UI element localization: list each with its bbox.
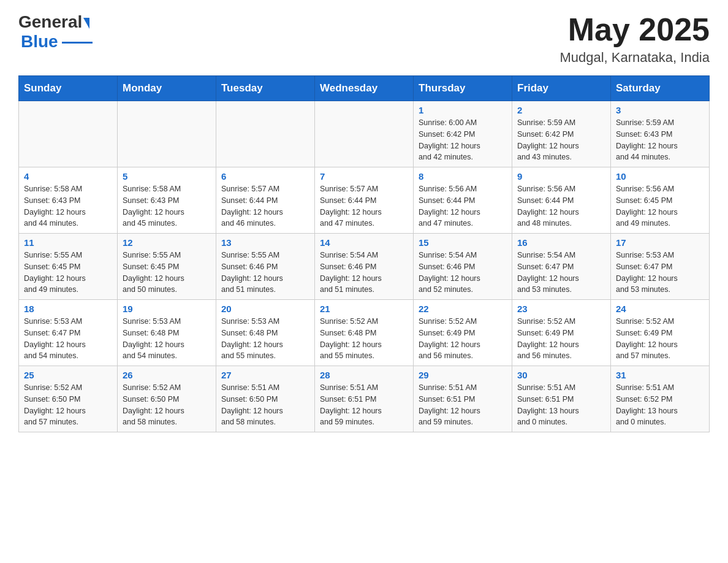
- day-number: 13: [221, 237, 309, 248]
- month-year-title: May 2025: [559, 12, 710, 47]
- day-number: 10: [616, 171, 704, 182]
- calendar-day-cell: [118, 101, 216, 167]
- day-info: Sunrise: 5:56 AMSunset: 6:44 PMDaylight:…: [517, 183, 605, 229]
- day-of-week-header: Sunday: [19, 76, 118, 101]
- calendar-day-cell: 14Sunrise: 5:54 AMSunset: 6:46 PMDayligh…: [315, 234, 414, 300]
- day-number: 18: [24, 304, 112, 314]
- calendar-day-cell: 29Sunrise: 5:51 AMSunset: 6:51 PMDayligh…: [414, 366, 512, 432]
- calendar-day-cell: 17Sunrise: 5:53 AMSunset: 6:47 PMDayligh…: [611, 234, 710, 300]
- day-info: Sunrise: 5:54 AMSunset: 6:47 PMDaylight:…: [517, 250, 605, 296]
- day-number: 6: [221, 171, 309, 182]
- calendar-day-cell: 8Sunrise: 5:56 AMSunset: 6:44 PMDaylight…: [414, 167, 512, 234]
- day-number: 9: [517, 171, 605, 182]
- day-info: Sunrise: 5:55 AMSunset: 6:45 PMDaylight:…: [123, 250, 211, 296]
- calendar-day-cell: 12Sunrise: 5:55 AMSunset: 6:45 PMDayligh…: [118, 234, 216, 300]
- logo-blue-text: Blue: [21, 32, 58, 52]
- day-info: Sunrise: 5:53 AMSunset: 6:48 PMDaylight:…: [221, 316, 309, 362]
- day-number: 2: [517, 105, 605, 115]
- calendar-day-cell: 22Sunrise: 5:52 AMSunset: 6:49 PMDayligh…: [414, 300, 512, 366]
- day-number: 17: [616, 237, 704, 248]
- day-info: Sunrise: 5:58 AMSunset: 6:43 PMDaylight:…: [24, 183, 112, 229]
- day-number: 24: [616, 304, 704, 314]
- day-number: 14: [320, 237, 408, 248]
- calendar-day-cell: 7Sunrise: 5:57 AMSunset: 6:44 PMDaylight…: [315, 167, 414, 234]
- day-info: Sunrise: 5:51 AMSunset: 6:52 PMDaylight:…: [616, 382, 704, 428]
- calendar-day-cell: 31Sunrise: 5:51 AMSunset: 6:52 PMDayligh…: [611, 366, 710, 432]
- day-info: Sunrise: 5:52 AMSunset: 6:49 PMDaylight:…: [616, 316, 704, 362]
- day-info: Sunrise: 5:53 AMSunset: 6:47 PMDaylight:…: [24, 316, 112, 362]
- day-number: 22: [419, 304, 507, 314]
- day-number: 26: [123, 370, 211, 380]
- day-number: 21: [320, 304, 408, 314]
- day-of-week-header: Monday: [118, 76, 216, 101]
- day-info: Sunrise: 5:57 AMSunset: 6:44 PMDaylight:…: [221, 183, 309, 229]
- calendar-day-cell: 24Sunrise: 5:52 AMSunset: 6:49 PMDayligh…: [611, 300, 710, 366]
- day-number: 16: [517, 237, 605, 248]
- day-of-week-header: Saturday: [611, 76, 710, 101]
- calendar-week-row: 1Sunrise: 6:00 AMSunset: 6:42 PMDaylight…: [19, 101, 710, 167]
- day-number: 1: [419, 105, 507, 115]
- day-of-week-header: Friday: [512, 76, 611, 101]
- calendar-table: SundayMondayTuesdayWednesdayThursdayFrid…: [18, 75, 710, 432]
- day-number: 30: [517, 370, 605, 380]
- calendar-day-cell: 27Sunrise: 5:51 AMSunset: 6:50 PMDayligh…: [216, 366, 315, 432]
- day-info: Sunrise: 5:54 AMSunset: 6:46 PMDaylight:…: [320, 250, 408, 296]
- calendar-day-cell: 28Sunrise: 5:51 AMSunset: 6:51 PMDayligh…: [315, 366, 414, 432]
- calendar-day-cell: 16Sunrise: 5:54 AMSunset: 6:47 PMDayligh…: [512, 234, 611, 300]
- day-number: 31: [616, 370, 704, 380]
- calendar-day-cell: 10Sunrise: 5:56 AMSunset: 6:45 PMDayligh…: [611, 167, 710, 234]
- day-number: 28: [320, 370, 408, 380]
- calendar-day-cell: 18Sunrise: 5:53 AMSunset: 6:47 PMDayligh…: [19, 300, 118, 366]
- page-header: General Blue May 2025 Mudgal, Karnataka,…: [18, 12, 710, 66]
- calendar-week-row: 25Sunrise: 5:52 AMSunset: 6:50 PMDayligh…: [19, 366, 710, 432]
- day-number: 15: [419, 237, 507, 248]
- day-of-week-header: Thursday: [414, 76, 512, 101]
- calendar-day-cell: 3Sunrise: 5:59 AMSunset: 6:43 PMDaylight…: [611, 101, 710, 167]
- day-info: Sunrise: 5:51 AMSunset: 6:51 PMDaylight:…: [517, 382, 605, 428]
- calendar-day-cell: 19Sunrise: 5:53 AMSunset: 6:48 PMDayligh…: [118, 300, 216, 366]
- calendar-day-cell: 1Sunrise: 6:00 AMSunset: 6:42 PMDaylight…: [414, 101, 512, 167]
- day-info: Sunrise: 5:51 AMSunset: 6:50 PMDaylight:…: [221, 382, 309, 428]
- day-of-week-header: Tuesday: [216, 76, 315, 101]
- day-info: Sunrise: 6:00 AMSunset: 6:42 PMDaylight:…: [419, 117, 507, 163]
- day-info: Sunrise: 5:52 AMSunset: 6:50 PMDaylight:…: [123, 382, 211, 428]
- day-info: Sunrise: 5:58 AMSunset: 6:43 PMDaylight:…: [123, 183, 211, 229]
- calendar-day-cell: 5Sunrise: 5:58 AMSunset: 6:43 PMDaylight…: [118, 167, 216, 234]
- calendar-header-row: SundayMondayTuesdayWednesdayThursdayFrid…: [19, 76, 710, 101]
- day-info: Sunrise: 5:51 AMSunset: 6:51 PMDaylight:…: [419, 382, 507, 428]
- day-number: 3: [616, 105, 704, 115]
- logo: General Blue: [18, 12, 93, 52]
- calendar-day-cell: 4Sunrise: 5:58 AMSunset: 6:43 PMDaylight…: [19, 167, 118, 234]
- calendar-day-cell: 23Sunrise: 5:52 AMSunset: 6:49 PMDayligh…: [512, 300, 611, 366]
- day-info: Sunrise: 5:55 AMSunset: 6:46 PMDaylight:…: [221, 250, 309, 296]
- calendar-day-cell: [315, 101, 414, 167]
- day-info: Sunrise: 5:59 AMSunset: 6:42 PMDaylight:…: [517, 117, 605, 163]
- day-number: 25: [24, 370, 112, 380]
- day-info: Sunrise: 5:52 AMSunset: 6:48 PMDaylight:…: [320, 316, 408, 362]
- day-number: 27: [221, 370, 309, 380]
- logo-general-text: General: [18, 12, 82, 32]
- day-info: Sunrise: 5:56 AMSunset: 6:45 PMDaylight:…: [616, 183, 704, 229]
- day-info: Sunrise: 5:52 AMSunset: 6:49 PMDaylight:…: [419, 316, 507, 362]
- day-number: 23: [517, 304, 605, 314]
- calendar-day-cell: 15Sunrise: 5:54 AMSunset: 6:46 PMDayligh…: [414, 234, 512, 300]
- calendar-day-cell: 2Sunrise: 5:59 AMSunset: 6:42 PMDaylight…: [512, 101, 611, 167]
- calendar-day-cell: 9Sunrise: 5:56 AMSunset: 6:44 PMDaylight…: [512, 167, 611, 234]
- day-info: Sunrise: 5:56 AMSunset: 6:44 PMDaylight:…: [419, 183, 507, 229]
- logo-triangle-icon: [83, 18, 89, 29]
- day-info: Sunrise: 5:55 AMSunset: 6:45 PMDaylight:…: [24, 250, 112, 296]
- calendar-day-cell: 11Sunrise: 5:55 AMSunset: 6:45 PMDayligh…: [19, 234, 118, 300]
- day-number: 29: [419, 370, 507, 380]
- day-number: 20: [221, 304, 309, 314]
- day-info: Sunrise: 5:57 AMSunset: 6:44 PMDaylight:…: [320, 183, 408, 229]
- day-number: 7: [320, 171, 408, 182]
- calendar-week-row: 18Sunrise: 5:53 AMSunset: 6:47 PMDayligh…: [19, 300, 710, 366]
- day-info: Sunrise: 5:52 AMSunset: 6:50 PMDaylight:…: [24, 382, 112, 428]
- day-number: 19: [123, 304, 211, 314]
- day-info: Sunrise: 5:53 AMSunset: 6:48 PMDaylight:…: [123, 316, 211, 362]
- day-of-week-header: Wednesday: [315, 76, 414, 101]
- day-info: Sunrise: 5:54 AMSunset: 6:46 PMDaylight:…: [419, 250, 507, 296]
- calendar-day-cell: [19, 101, 118, 167]
- calendar-week-row: 11Sunrise: 5:55 AMSunset: 6:45 PMDayligh…: [19, 234, 710, 300]
- day-info: Sunrise: 5:53 AMSunset: 6:47 PMDaylight:…: [616, 250, 704, 296]
